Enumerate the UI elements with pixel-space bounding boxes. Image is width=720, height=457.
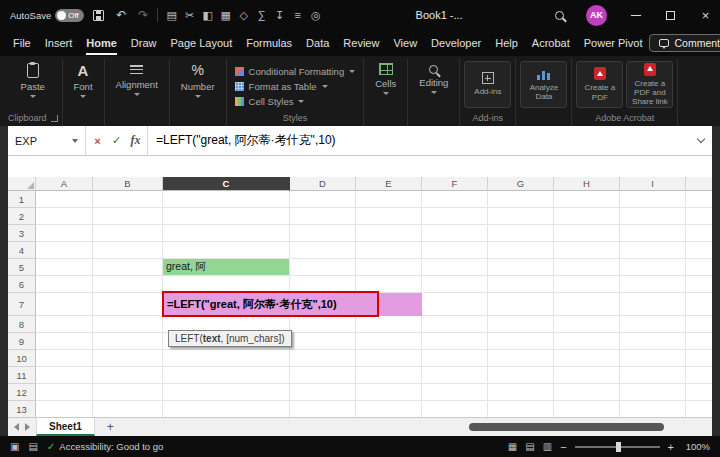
row-header-4[interactable]: 4 [8, 242, 36, 259]
font-button[interactable]: A Font [67, 60, 100, 98]
column-header-A[interactable]: A [36, 177, 93, 191]
cell-A13[interactable] [36, 401, 93, 417]
cell-I6[interactable] [620, 276, 686, 293]
shapes-icon[interactable]: ◇ [236, 9, 251, 22]
cell-F3[interactable] [422, 225, 488, 242]
undo-icon[interactable]: ↶ [113, 8, 129, 22]
cell-H1[interactable] [554, 191, 620, 208]
number-button[interactable]: % Number [174, 60, 222, 98]
cell-A1[interactable] [36, 191, 93, 208]
record-macro-icon[interactable]: ▣ [10, 441, 19, 452]
keyboard-icon[interactable]: ▤ [28, 441, 37, 452]
cancel-button[interactable]: × [88, 135, 107, 147]
styles-button-format-as-table[interactable]: Format as Table [231, 79, 360, 93]
column-header-B[interactable]: B [93, 177, 163, 191]
cell-H12[interactable] [554, 384, 620, 401]
cell-D9[interactable] [290, 333, 356, 350]
row-header-5[interactable]: 5 [8, 259, 36, 276]
row-header-7[interactable]: 7 [8, 293, 36, 316]
cell-G2[interactable] [488, 208, 554, 225]
column-header-I[interactable]: I [620, 177, 686, 191]
paste-button[interactable]: Paste [14, 60, 52, 98]
alignment-button[interactable]: Alignment [109, 60, 165, 96]
row-header-10[interactable]: 10 [8, 350, 36, 367]
cell-F2[interactable] [422, 208, 488, 225]
cell-E13[interactable] [356, 401, 422, 417]
cell-I9[interactable] [620, 333, 686, 350]
zoom-out-button[interactable]: − [560, 441, 566, 453]
name-box[interactable]: EXP [8, 126, 86, 155]
cell-E4[interactable] [356, 242, 422, 259]
comments-button[interactable]: Comments [649, 34, 720, 52]
zoom-slider-thumb[interactable] [616, 442, 621, 452]
cell-D12[interactable] [290, 384, 356, 401]
autosave-toggle[interactable]: AutoSave Off [10, 9, 84, 22]
cell-C13[interactable] [163, 401, 290, 417]
enter-button[interactable]: ✓ [107, 134, 126, 147]
sheet-nav-left-icon[interactable] [14, 423, 19, 431]
cell-H13[interactable] [554, 401, 620, 417]
cell-C1[interactable] [163, 191, 290, 208]
cell-G4[interactable] [488, 242, 554, 259]
cell-G10[interactable] [488, 350, 554, 367]
cell-G7[interactable] [488, 293, 554, 316]
cell-F7[interactable] [422, 293, 488, 316]
cell-A2[interactable] [36, 208, 93, 225]
cell-E10[interactable] [356, 350, 422, 367]
menu-tab-view[interactable]: View [386, 30, 424, 56]
cell-F1[interactable] [422, 191, 488, 208]
menu-tab-file[interactable]: File [6, 30, 38, 56]
cell-A7[interactable] [36, 293, 93, 316]
cell-B3[interactable] [93, 225, 163, 242]
zoom-in-button[interactable]: + [668, 441, 674, 453]
cell-G12[interactable] [488, 384, 554, 401]
cell-G9[interactable] [488, 333, 554, 350]
row-header-1[interactable]: 1 [8, 191, 36, 208]
cell-A10[interactable] [36, 350, 93, 367]
cell-A12[interactable] [36, 384, 93, 401]
cut-icon[interactable]: ✂ [182, 9, 197, 22]
row-header-9[interactable]: 9 [8, 333, 36, 350]
menu-tab-review[interactable]: Review [336, 30, 386, 56]
menu-tab-formulas[interactable]: Formulas [239, 30, 299, 56]
cell-H4[interactable] [554, 242, 620, 259]
styles-button-cell-styles[interactable]: Cell Styles [231, 94, 360, 108]
cell-F9[interactable] [422, 333, 488, 350]
cell-E11[interactable] [356, 367, 422, 384]
addins-button[interactable]: Add-ins [464, 61, 511, 108]
cell-C5[interactable]: great, 阿 [163, 259, 290, 276]
cell-E3[interactable] [356, 225, 422, 242]
menu-tab-home[interactable]: Home [79, 30, 124, 56]
menu-tab-power-pivot[interactable]: Power Pivot [577, 30, 650, 56]
cell-G11[interactable] [488, 367, 554, 384]
cell-I11[interactable] [620, 367, 686, 384]
cell-A6[interactable] [36, 276, 93, 293]
cell-F12[interactable] [422, 384, 488, 401]
cell-E8[interactable] [356, 316, 422, 333]
cell-H3[interactable] [554, 225, 620, 242]
cell-E9[interactable] [356, 333, 422, 350]
cells-button[interactable]: Cells [368, 60, 403, 95]
search-icon[interactable] [555, 11, 564, 20]
cell-H5[interactable] [554, 259, 620, 276]
cell-D4[interactable] [290, 242, 356, 259]
row-header-13[interactable]: 13 [8, 401, 36, 417]
row-header-8[interactable]: 8 [8, 316, 36, 333]
menu-tab-developer[interactable]: Developer [424, 30, 488, 56]
avatar[interactable]: AK [586, 5, 607, 26]
cell-F10[interactable] [422, 350, 488, 367]
row-header-3[interactable]: 3 [8, 225, 36, 242]
cell-I12[interactable] [620, 384, 686, 401]
menu-tab-help[interactable]: Help [488, 30, 525, 56]
cell-A5[interactable] [36, 259, 93, 276]
cell-D3[interactable] [290, 225, 356, 242]
cell-I2[interactable] [620, 208, 686, 225]
close-button[interactable]: × [691, 0, 720, 30]
cell-G13[interactable] [488, 401, 554, 417]
cell-E5[interactable] [356, 259, 422, 276]
insert-function-button[interactable]: fx [126, 133, 145, 148]
sheet-tab-sheet1[interactable]: Sheet1 [36, 418, 95, 436]
styles-button-conditional-formatting[interactable]: Conditional Formatting [231, 64, 360, 78]
cell-G1[interactable] [488, 191, 554, 208]
cell-D8[interactable] [290, 316, 356, 333]
